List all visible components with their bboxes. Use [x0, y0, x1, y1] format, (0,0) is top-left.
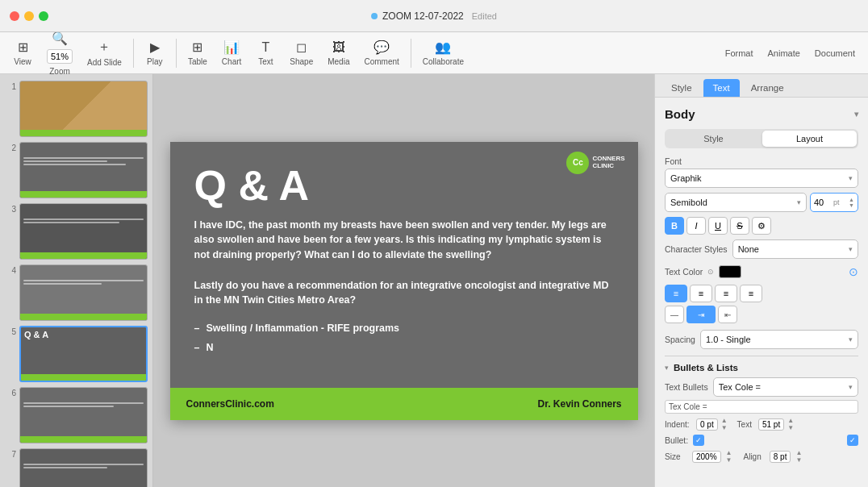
format-button[interactable]: Format: [719, 45, 760, 61]
media-button[interactable]: 🖼 Media: [321, 37, 356, 69]
slide-thumb-4[interactable]: 4: [5, 264, 148, 321]
comment-icon: 💬: [373, 40, 390, 55]
slide[interactable]: Cc CONNERS CLINIC Q & A I have IDC, the …: [170, 142, 638, 420]
align-left-button[interactable]: ≡: [665, 285, 687, 302]
slide-bullet-2: – N: [194, 342, 614, 353]
slide-thumb-7[interactable]: 7: [5, 448, 148, 487]
subsection-tabs: Style Layout: [665, 129, 858, 148]
maximize-button[interactable]: [39, 11, 48, 21]
minimize-button[interactable]: [24, 11, 34, 21]
bullet-checkbox[interactable]: ✓: [693, 435, 704, 446]
slide-thumb-6[interactable]: 6: [5, 387, 148, 443]
bullet-checkbox-row: Bullet: ✓ ✓: [665, 435, 858, 446]
bullet-row: Text Bullets Tex Cole = ▾: [665, 377, 858, 397]
window-title: ZOOM 12-07-2022 Edited: [371, 10, 497, 22]
format-buttons: B I U S ⚙: [665, 217, 858, 235]
tab-arrange[interactable]: Arrange: [741, 79, 794, 97]
panel-body: Body ▾ Style Layout Font Graphik ▾ Semib…: [655, 98, 868, 487]
slide-footer: ConnersClinic.com Dr. Kevin Conners: [170, 388, 638, 420]
add-slide-button[interactable]: ＋ Add Slide: [81, 35, 128, 70]
text-button[interactable]: T Text: [249, 37, 282, 69]
chart-icon: 📊: [223, 40, 240, 55]
play-button[interactable]: ▶ Play: [139, 36, 171, 69]
tab-style[interactable]: Style: [661, 79, 702, 97]
text-color-row: Text Color ⊙ ⊙: [665, 265, 858, 278]
toolbar-separator-2: [176, 39, 177, 68]
italic-button[interactable]: I: [686, 217, 706, 235]
bullet-color-checkbox[interactable]: ✓: [847, 435, 858, 446]
toolbar: ⊞ View 🔍 51% Zoom ＋ Add Slide ▶ Play ⊞ T…: [0, 32, 868, 74]
align-center-button[interactable]: ≡: [690, 285, 712, 302]
title-bar: ZOOM 12-07-2022 Edited: [0, 0, 868, 32]
text-bullets-select[interactable]: Tex Cole = ▾: [713, 377, 858, 397]
animate-button[interactable]: Animate: [762, 45, 807, 61]
font-family-row: Graphik ▾: [665, 169, 858, 188]
tab-text[interactable]: Text: [703, 79, 740, 97]
char-styles-row: Character Styles None ▾: [665, 239, 858, 259]
underline-button[interactable]: U: [708, 217, 728, 235]
play-icon: ▶: [150, 40, 160, 55]
title-edited: Edited: [472, 11, 497, 21]
slide-bullet-1: – Swelling / Inflammation - RIFE program…: [194, 323, 614, 334]
align-right-button[interactable]: ≡: [715, 285, 737, 302]
view-button[interactable]: ⊞ View: [6, 36, 39, 69]
table-button[interactable]: ⊞ Table: [182, 36, 214, 69]
comment-button[interactable]: 💬 Comment: [357, 36, 405, 69]
zoom-indicator: [371, 13, 378, 19]
indent-row: Indent: 0 pt ▲▼ Text 51 pt ▲▼: [665, 417, 858, 431]
strikethrough-button[interactable]: S: [730, 217, 749, 235]
slide-title: Q & A: [194, 164, 614, 206]
spacing-row: Spacing 1.0 - Single ▾: [665, 330, 858, 349]
toolbar-separator-3: [411, 39, 411, 68]
slide-body: I have IDC, the past month my breasts ha…: [194, 218, 614, 309]
font-weight-row: Semibold ▾ 40 pt ▲ ▼: [665, 193, 858, 212]
shape-button[interactable]: ◻ Shape: [283, 36, 319, 69]
right-panel: Style Text Arrange Body ▾ Style Layout F…: [654, 74, 868, 487]
spacing-select[interactable]: 1.0 - Single ▾: [700, 330, 858, 349]
add-slide-icon: ＋: [98, 39, 111, 56]
subtab-style[interactable]: Style: [666, 131, 761, 147]
main-layout: 1 2 3 4: [0, 74, 868, 487]
view-icon: ⊞: [18, 40, 28, 55]
document-button[interactable]: Document: [808, 45, 862, 61]
font-weight-select[interactable]: Semibold ▾: [665, 193, 807, 212]
text-settings-button[interactable]: ⚙: [752, 217, 771, 235]
toolbar-separator: [133, 39, 134, 68]
footer-website: ConnersClinic.com: [186, 398, 274, 410]
subtab-layout[interactable]: Layout: [762, 131, 857, 147]
zoom-control[interactable]: 🔍 51% Zoom: [40, 27, 79, 79]
collaborate-button[interactable]: 👥 Collaborate: [416, 36, 470, 69]
align-buttons: ≡ ≡ ≡ ≡: [665, 285, 858, 302]
canvas-area[interactable]: Cc CONNERS CLINIC Q & A I have IDC, the …: [153, 74, 654, 487]
slides-panel: 1 2 3 4: [0, 74, 153, 487]
slide-thumb-2[interactable]: 2: [5, 142, 148, 198]
color-toggle[interactable]: ⊙: [849, 265, 858, 278]
slide-thumb-3[interactable]: 3: [5, 203, 148, 260]
traffic-lights: [10, 11, 48, 21]
media-icon: 🖼: [332, 40, 345, 55]
outdent-button[interactable]: ⇤: [718, 306, 737, 323]
text-color-swatch[interactable]: [719, 265, 741, 278]
chart-button[interactable]: 📊 Chart: [215, 36, 248, 69]
bold-button[interactable]: B: [665, 217, 684, 235]
font-size-field[interactable]: 40 pt ▲ ▼: [810, 193, 858, 212]
text-bullets-value-display[interactable]: Tex Cole =: [665, 400, 858, 414]
close-button[interactable]: [10, 11, 19, 21]
zoom-icon: 🔍: [52, 31, 68, 46]
bullets-section-header[interactable]: ▾ Bullets & Lists: [665, 363, 858, 373]
divider-1: [665, 356, 858, 356]
slide-thumb-1[interactable]: 1: [5, 81, 148, 137]
table-icon: ⊞: [192, 40, 202, 55]
slide-content: Cc CONNERS CLINIC Q & A I have IDC, the …: [170, 142, 638, 420]
font-family-select[interactable]: Graphik ▾: [665, 169, 858, 188]
align-justify-button[interactable]: ≡: [740, 285, 762, 302]
indent-button[interactable]: ⇥: [686, 306, 716, 323]
body-chevron: ▾: [854, 110, 858, 119]
logo-circle: Cc: [566, 152, 589, 174]
dash-button[interactable]: —: [665, 306, 684, 323]
slide-thumb-5[interactable]: 5 Q & A: [5, 326, 148, 382]
footer-author: Dr. Kevin Conners: [537, 398, 621, 410]
font-label: Font: [665, 156, 858, 166]
char-styles-select[interactable]: None ▾: [732, 239, 858, 259]
panel-tabs: Style Text Arrange: [655, 74, 868, 98]
